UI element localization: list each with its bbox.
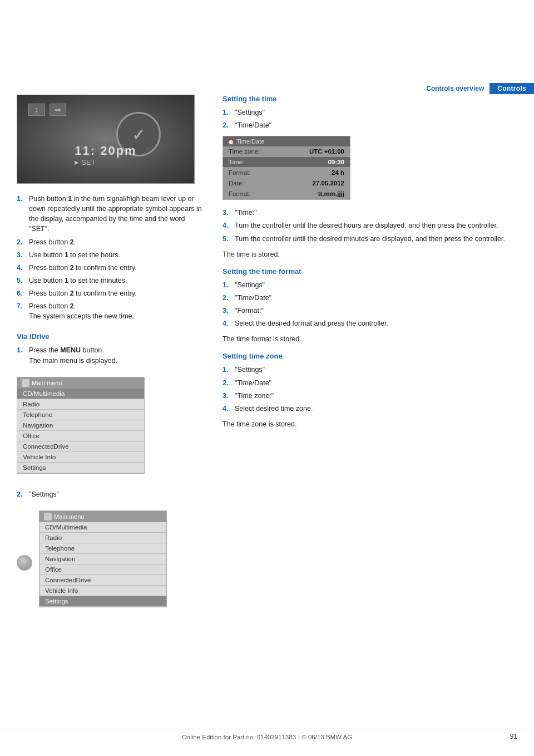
menu-item: ConnectedDrive	[17, 441, 144, 452]
step-num-4: 4.	[17, 263, 26, 273]
menu-icon-1	[22, 379, 29, 387]
via-idrive-step-1: 1. Press the MENU button.The main menu i…	[17, 345, 206, 365]
timedate-label: Time:	[229, 159, 244, 165]
step-num-2b: 2.	[17, 489, 26, 499]
st2-step-4: 4. Turn the controller until the desired…	[222, 220, 517, 230]
menu-item: Settings	[39, 596, 166, 607]
cluster-time-display: 11: 20pm SET	[75, 144, 136, 166]
menu-screenshot-2-wrapper: Main menu CD/MultimediaRadioTelephoneNav…	[17, 510, 206, 615]
step-item-4: 4. Press button 2 to confirm the entry.	[17, 263, 206, 273]
menu-item: CD/Multimedia	[17, 389, 144, 399]
timedate-screenshot: ⏰ Time/Date Time zone:UTC +01:00Time:09:…	[222, 136, 350, 200]
st2-num-5: 5.	[222, 234, 231, 244]
st-text-1: "Settings"	[235, 107, 265, 117]
menu-title-bar-2: Main menu	[39, 511, 166, 522]
timedate-value: tt.mm.jjjj	[318, 190, 344, 197]
menu-screenshot-1: Main menu CD/MultimediaRadioTelephoneNav…	[17, 377, 145, 474]
timedate-row: Format:24 h	[223, 168, 350, 178]
timedate-label: Format:	[229, 169, 251, 176]
via-idrive-step-num-1: 1.	[17, 345, 26, 365]
timedate-rows: Time zone:UTC +01:00Time:09:30Format:24 …	[223, 146, 350, 199]
timedate-row: Date:27.05.2012	[223, 178, 350, 189]
timedate-label: Format:	[229, 190, 251, 197]
menu-item: CD/Multimedia	[39, 522, 166, 533]
step-num-3: 3.	[17, 250, 26, 260]
cluster-time-value: 11: 20pm	[75, 144, 136, 158]
via-idrive-step-text-1: Press the MENU button.The main menu is d…	[29, 345, 206, 365]
st2-step-5: 5. Turn the controller until the desired…	[222, 234, 517, 244]
step-text-1: Push button 1 in the turn signal/high be…	[29, 194, 206, 234]
setting-time-step-1: 1. "Settings"	[222, 107, 517, 117]
stf-num-4: 4.	[222, 318, 231, 328]
stf-text-1: "Settings"	[235, 280, 265, 290]
step-text-2: Press button 2.	[29, 237, 206, 247]
time-format-stored-note: The time format is stored.	[222, 334, 517, 344]
menu-screenshot-2: Main menu CD/MultimediaRadioTelephoneNav…	[39, 510, 167, 607]
step-item-6: 6. Press button 2 to confirm the entry.	[17, 288, 206, 298]
st2-step-3: 3. "Time:"	[222, 208, 517, 218]
menu-item: Vehicle Info	[17, 452, 144, 463]
stz-step-2: 2. "Time/Date"	[222, 378, 517, 388]
st2-text-3: "Time:"	[235, 208, 257, 218]
stf-step-4: 4. Select the desired format and press t…	[222, 318, 517, 328]
stf-step-1: 1. "Settings"	[222, 280, 517, 290]
st-text-2: "Time/Date"	[235, 120, 271, 130]
menu2-items: CD/MultimediaRadioTelephoneNavigationOff…	[39, 522, 166, 607]
setting-time-steps: 1. "Settings" 2. "Time/Date"	[222, 107, 517, 130]
step-text-4: Press button 2 to confirm the entry.	[29, 263, 206, 273]
step-item-3: 3. Use button 1 to set the hours.	[17, 250, 206, 260]
step-item-2b: 2. "Settings"	[17, 489, 206, 499]
menu-item: Telephone	[17, 410, 144, 420]
setting-time-steps-2: 3. "Time:" 4. Turn the controller until …	[222, 208, 517, 243]
step-item-1: 1. Push button 1 in the turn signal/high…	[17, 194, 206, 234]
menu-screenshot-1-wrapper: Main menu CD/MultimediaRadioTelephoneNav…	[17, 377, 206, 482]
via-idrive-steps: 1. Press the MENU button.The main menu i…	[17, 345, 206, 365]
timedate-row: Time:09:30	[223, 157, 350, 168]
menu-item: Vehicle Info	[39, 586, 166, 596]
controller-knob-2	[17, 555, 32, 571]
menu-title-bar-1: Main menu	[17, 377, 144, 389]
step-text-5: Use button 1 to set the minutes.	[29, 276, 206, 286]
st-num-1: 1.	[222, 107, 231, 117]
menu-item: Radio	[17, 399, 144, 410]
menu-icon-2	[44, 513, 52, 521]
st2-text-5: Turn the controller until the desired mi…	[235, 234, 505, 244]
stz-text-4: Select desired time zone.	[235, 404, 313, 414]
menu-item: Settings	[17, 463, 144, 473]
main-content: ↕ ⇒ ✓ 11: 20pm SET 1. Push button 1 in t…	[17, 95, 517, 700]
beam-icon: ⇒	[50, 104, 66, 116]
stf-num-3: 3.	[222, 306, 231, 316]
step-item-7: 7. Press button 2.The system accepts the…	[17, 301, 206, 321]
step-num-2: 2.	[17, 237, 26, 247]
timedate-row: Format:tt.mm.jjjj	[223, 189, 350, 199]
stf-num-1: 1.	[222, 280, 231, 290]
turn-signal-icon: ↕	[28, 104, 45, 116]
check-icon: ✓	[132, 125, 146, 144]
menu-item: Office	[17, 431, 144, 441]
steps-list-1: 1. Push button 1 in the turn signal/high…	[17, 194, 206, 321]
timedate-value: UTC +01:00	[309, 148, 344, 155]
step-num-7: 7.	[17, 301, 26, 321]
stf-num-2: 2.	[222, 293, 231, 303]
timedate-title-label: Time/Date	[236, 138, 264, 145]
setting-time-format-title: Setting the time format	[222, 267, 517, 276]
time-zone-stored-note: The time zone is stored.	[222, 419, 517, 429]
left-column: ↕ ⇒ ✓ 11: 20pm SET 1. Push button 1 in t…	[17, 95, 206, 700]
cluster-image: ↕ ⇒ ✓ 11: 20pm SET	[17, 95, 195, 184]
stz-step-4: 4. Select desired time zone.	[222, 404, 517, 414]
step-num-1: 1.	[17, 194, 26, 234]
menu-item: Office	[39, 564, 166, 575]
via-idrive-title: Via iDrive	[17, 332, 206, 341]
timedate-label: Date:	[229, 180, 244, 186]
stf-step-2: 2. "Time/Date"	[222, 293, 517, 303]
stz-num-2: 2.	[222, 378, 231, 388]
timedate-row: Time zone:UTC +01:00	[223, 146, 350, 157]
step-text-2b: "Settings"	[29, 489, 206, 499]
setting-time-zone-title: Setting time zone	[222, 352, 517, 360]
menu-item: Navigation	[17, 420, 144, 431]
step-num-6: 6.	[17, 288, 26, 298]
step-item-5: 5. Use button 1 to set the minutes.	[17, 276, 206, 286]
menu-item: ConnectedDrive	[39, 575, 166, 586]
stf-step-3: 3. "Format:"	[222, 306, 517, 316]
header-bar: Controls overview Controls	[0, 82, 534, 95]
